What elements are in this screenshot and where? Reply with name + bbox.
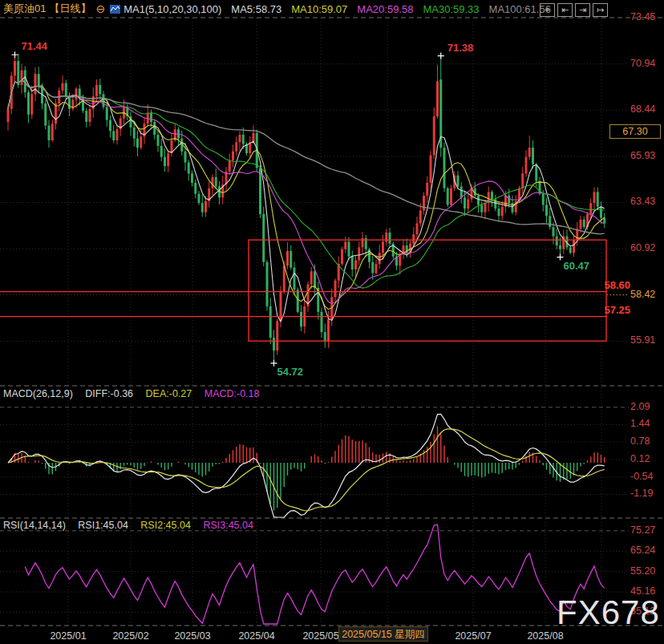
price-axis-tick: 63.43: [630, 196, 655, 207]
chart-canvas[interactable]: [0, 0, 664, 644]
price-annotation: 71.38: [447, 42, 474, 54]
macd-axis-tick: -1.19: [630, 488, 654, 499]
collapse-icon[interactable]: ⊖: [95, 2, 105, 15]
drawn-level-label: 58.60: [604, 279, 630, 291]
macd-axis-tick: 0.78: [630, 435, 650, 447]
price-axis-tick: 65.93: [630, 150, 655, 161]
rsi1-value: RSI1:45.04: [78, 520, 128, 531]
rsi-header: RSI(14,14,14) RSI1:45.04 RSI2:45.04 RSI3…: [3, 520, 263, 531]
rsi-axis-tick: 55.20: [630, 565, 655, 577]
rsi-title: RSI(14,14,14): [3, 520, 66, 531]
axis-scale-left-icon[interactable]: ⇤: [557, 3, 573, 17]
ma-values-group: MA5:58.73MA10:59.07MA20:59.58MA30:59.33M…: [231, 3, 561, 15]
macd-header: MACD(26,12,9) DIFF:-0.36 DEA:-0.27 MACD:…: [3, 388, 269, 399]
price-axis-tick: 70.94: [630, 58, 655, 69]
price-annotation: 71.44: [22, 40, 48, 52]
watermark: FX678: [557, 593, 660, 632]
macd-axis-tick: 2.09: [630, 401, 650, 412]
rsi-axis-tick: 65.24: [630, 545, 655, 556]
time-axis-label: 2025/08: [520, 630, 571, 642]
macd-dea-value: DEA:-0.27: [146, 388, 192, 399]
trading-chart-app: 美原油01 【日线】 ⊖ MA1(5,10,20,30,100) MA5:58.…: [0, 0, 664, 644]
header-bar: 美原油01 【日线】 ⊖ MA1(5,10,20,30,100) MA5:58.…: [0, 0, 561, 18]
ma30-value: MA30:59.33: [423, 3, 479, 15]
price-annotation: 60.47: [564, 260, 590, 272]
time-axis-label: 2025/03: [167, 630, 218, 642]
symbol-name: 美原油01: [3, 2, 46, 16]
chart-toolbar: ⌖⇤⇥↦: [537, 2, 608, 17]
macd-axis-tick: -0.54: [630, 471, 654, 482]
macd-axis-tick: 0.12: [630, 453, 650, 464]
price-axis-tick: 68.44: [630, 103, 655, 115]
price-axis-tick: 73.45: [630, 11, 655, 22]
macd-axis-tick: 1.44: [630, 418, 650, 429]
drawn-level-label: 57.25: [604, 304, 630, 316]
macd-title: MACD(26,12,9): [3, 388, 73, 399]
ma5-value: MA5:58.73: [231, 3, 281, 15]
pan-mode-icon[interactable]: ⌖: [540, 3, 555, 17]
time-axis-label: 2025/01: [43, 630, 94, 642]
period-label: 【日线】: [49, 2, 91, 16]
time-axis-label: 2025/07: [447, 630, 499, 642]
rsi-axis-tick: 75.27: [630, 525, 655, 536]
ma10-value: MA10:59.07: [291, 3, 347, 15]
price-annotation: 54.72: [277, 366, 304, 378]
price-axis-tick: 58.42: [630, 289, 655, 300]
macd-diff-value: DIFF:-0.36: [85, 388, 133, 399]
price-axis-tick: 60.92: [630, 242, 655, 253]
price-alert-label: 67.30: [609, 124, 661, 139]
ma20-value: MA20:59.58: [357, 3, 413, 15]
axis-scale-right-icon[interactable]: ⇥: [575, 3, 590, 17]
chart-style-icon[interactable]: [110, 5, 120, 14]
rsi2-value: RSI2:45.04: [140, 520, 191, 531]
time-axis-label: 2025/04: [231, 630, 282, 642]
ma-settings-label: MA1(5,10,20,30,100): [123, 3, 221, 15]
shift-right-icon[interactable]: ↦: [593, 3, 608, 17]
rsi3-value: RSI3:45.04: [203, 520, 253, 531]
macd-macd-value: MACD:-0.18: [204, 388, 260, 399]
selected-date-label: 2025/05/15 星期四: [338, 626, 428, 642]
price-axis-tick: 55.91: [630, 334, 655, 346]
time-axis-label: 2025/02: [105, 630, 156, 642]
